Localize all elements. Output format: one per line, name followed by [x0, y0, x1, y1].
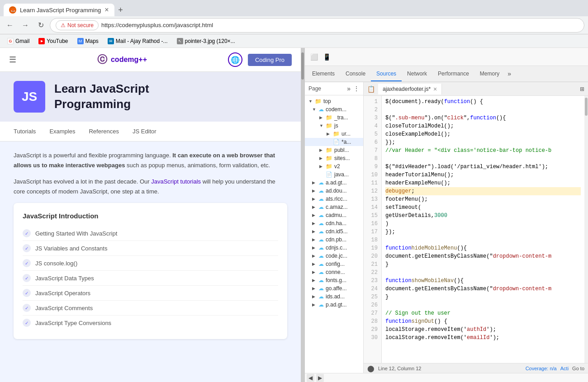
list-item[interactable]: ✓JS Variables and Constants	[23, 241, 278, 256]
code-line[interactable]: getUserDetails, 3000	[385, 212, 581, 220]
tree-item-ajax[interactable]: ▶ 📄 *a...	[305, 138, 363, 146]
code-line[interactable]: closeExampleModel();	[385, 130, 581, 138]
nav-references[interactable]: References	[89, 126, 119, 137]
code-line[interactable]: document.getElementsByClassName("dropdow…	[385, 252, 581, 260]
code-line[interactable]: document.getElementsByClassName("dropdow…	[385, 285, 581, 293]
code-line[interactable]: closeTutorialModel();	[385, 122, 581, 130]
code-line[interactable]: localStorage.removeItem('emailId');	[385, 334, 581, 342]
tree-item-aad[interactable]: ▶ ☁ a.ad.gt...	[305, 179, 363, 187]
tab-memory[interactable]: Memory	[474, 67, 505, 81]
code-line[interactable]: function signOut() {	[385, 317, 581, 325]
globe-icon[interactable]: 🌐	[228, 52, 242, 67]
tree-item-ur[interactable]: ▶ 📁 ur...	[305, 130, 363, 138]
code-line[interactable]: localStorage.removeItem('authId');	[385, 325, 581, 334]
forward-button[interactable]: →	[19, 19, 32, 32]
tree-item-fontsg[interactable]: ▶ ☁ fonts.g...	[305, 276, 363, 284]
code-line[interactable]: $("#divHeader").load('/partial_view/head…	[385, 163, 581, 171]
reload-button[interactable]: ↻	[34, 19, 47, 32]
code-content[interactable]: $(document).ready(function() { $(".sub-m…	[382, 96, 584, 363]
tab-sources[interactable]: Sources	[371, 67, 402, 81]
code-line[interactable]	[385, 155, 581, 163]
code-line[interactable]: $(document).ready(function() {	[385, 98, 581, 106]
tree-item-cdnpb[interactable]: ▶ ☁ cdn.pb...	[305, 236, 363, 244]
bookmark-gmail[interactable]: G Gmail	[4, 37, 33, 45]
bookmark-maps[interactable]: M Maps	[74, 37, 102, 45]
tree-item-conne[interactable]: ▶ ☁ conne...	[305, 268, 363, 276]
code-line[interactable]: });	[385, 138, 581, 146]
nav-tutorials[interactable]: Tutorials	[14, 126, 36, 137]
tree-item-idsad[interactable]: ▶ ☁ ids.ad...	[305, 292, 363, 301]
code-line[interactable]	[385, 106, 581, 114]
tree-item-padgt[interactable]: ▶ ☁ p.ad.gt...	[305, 301, 363, 309]
nav-jseditor[interactable]: JS Editor	[133, 126, 156, 137]
tree-item-goaffe[interactable]: ▶ ☁ go.affe...	[305, 284, 363, 292]
tree-item-cdnjs[interactable]: ▶ ☁ cdnjs.c...	[305, 244, 363, 252]
active-tab[interactable]: 🦊 Learn JavaScript Programming ×	[4, 4, 114, 16]
code-line[interactable]: }	[385, 260, 581, 269]
address-bar[interactable]: ⚠ Not secure https://codemyplusplus.com/…	[50, 18, 584, 33]
list-item[interactable]: ✓JavaScript Data Types	[23, 271, 278, 286]
coding-pro-button[interactable]: Coding Pro	[248, 54, 292, 66]
code-line[interactable]: function hideMobileMenu(){	[385, 244, 581, 252]
tree-item-camaz[interactable]: ▶ ☁ c.amaz...	[305, 203, 363, 211]
code-scrollbar[interactable]	[584, 96, 588, 363]
list-item[interactable]: ✓Getting Started With JavaScript	[23, 226, 278, 241]
new-tab-button[interactable]: +	[114, 4, 127, 16]
list-item[interactable]: ✓JS console.log()	[23, 256, 278, 271]
more-tabs-button[interactable]: »	[505, 68, 514, 79]
hamburger-menu[interactable]: ☰	[9, 55, 16, 65]
tree-item-cdnid[interactable]: ▶ ☁ cdn.id5...	[305, 227, 363, 236]
nav-right-button[interactable]: ▶	[316, 374, 324, 382]
code-file-tab[interactable]: ajaxheaderfooter.js* ×	[378, 84, 442, 94]
code-line[interactable]: headerTutorialMenu();	[385, 171, 581, 179]
tree-item-addou[interactable]: ▶ ☁ ad.dou...	[305, 187, 363, 195]
tree-item-top[interactable]: ▼ 📁 top	[305, 97, 363, 105]
tree-item-js[interactable]: ▼ 📁 js	[305, 122, 363, 130]
tab-console[interactable]: Console	[340, 67, 371, 81]
tab-network[interactable]: Network	[402, 67, 432, 81]
file-panel-menu[interactable]: ⋮	[353, 85, 360, 92]
website-scrollbar[interactable]	[301, 48, 304, 382]
coverage-label[interactable]: Coverage: n/a	[526, 366, 557, 371]
inspect-element-button[interactable]: ⬜	[308, 52, 319, 62]
list-item[interactable]: ✓JavaScript Comments	[23, 301, 278, 316]
bookmark-mail[interactable]: ✉ Mail - Ajay Rathod -...	[104, 37, 171, 45]
tree-item-codejc[interactable]: ▶ ☁ code.jc...	[305, 252, 363, 260]
code-line[interactable]: headerExampleMenu();	[385, 179, 581, 187]
list-item[interactable]: ✓JavaScript Operators	[23, 286, 278, 301]
file-editor-icon[interactable]: 📋	[365, 84, 376, 94]
code-line[interactable]	[385, 236, 581, 244]
back-button[interactable]: ←	[4, 19, 16, 32]
code-line[interactable]: //var Header = "<div class='notice-bar-t…	[385, 146, 581, 155]
nav-left-button[interactable]: ◀	[307, 374, 314, 382]
code-line[interactable]: footerMenu();	[385, 195, 581, 203]
tree-item-config[interactable]: ▶ ☁ config...	[305, 260, 363, 268]
code-line[interactable]: }	[385, 293, 581, 301]
tree-item-cadmu[interactable]: ▶ ☁ cadmu...	[305, 211, 363, 219]
code-line[interactable]: setTimeout(	[385, 203, 581, 212]
code-line[interactable]: // Sign out the user	[385, 309, 581, 317]
code-editor[interactable]: 1234567891011121314151617181920212223242…	[364, 96, 588, 363]
tab-elements[interactable]: Elements	[307, 67, 340, 81]
bookmark-youtube[interactable]: ▶ YouTube	[35, 37, 71, 45]
tree-item-ats[interactable]: ▶ ☁ ats.rlcc...	[305, 195, 363, 203]
code-line[interactable]: debugger;	[385, 187, 581, 195]
device-toolbar-button[interactable]: 📱	[321, 52, 332, 62]
list-item[interactable]: ✓JavaScript Type Conversions	[23, 316, 278, 330]
nav-examples[interactable]: Examples	[49, 126, 75, 137]
code-line[interactable]: });	[385, 228, 581, 236]
panel-layout-icon[interactable]: ⊞	[578, 84, 586, 94]
tree-item-v2[interactable]: ▶ 📁 v2	[305, 162, 363, 170]
tab-performance[interactable]: Performance	[432, 67, 474, 81]
file-panel-more[interactable]: »	[347, 85, 351, 92]
code-tab-close[interactable]: ×	[433, 85, 437, 93]
tab-close-button[interactable]: ×	[104, 6, 109, 14]
bookmark-pointer[interactable]: ↖ pointer-3.jpg (120×...	[173, 37, 239, 45]
code-line[interactable]	[385, 301, 581, 309]
tree-item-codem[interactable]: ▼ ☁ codem...	[305, 105, 363, 113]
code-line[interactable]: )	[385, 220, 581, 228]
tree-item-java[interactable]: ▶ 📄 java...	[305, 170, 363, 179]
code-line[interactable]: $(".sub-menu").on("click", function(){	[385, 114, 581, 122]
tree-item-sites[interactable]: ▶ 📁 sites...	[305, 154, 363, 162]
code-line[interactable]	[385, 269, 581, 277]
